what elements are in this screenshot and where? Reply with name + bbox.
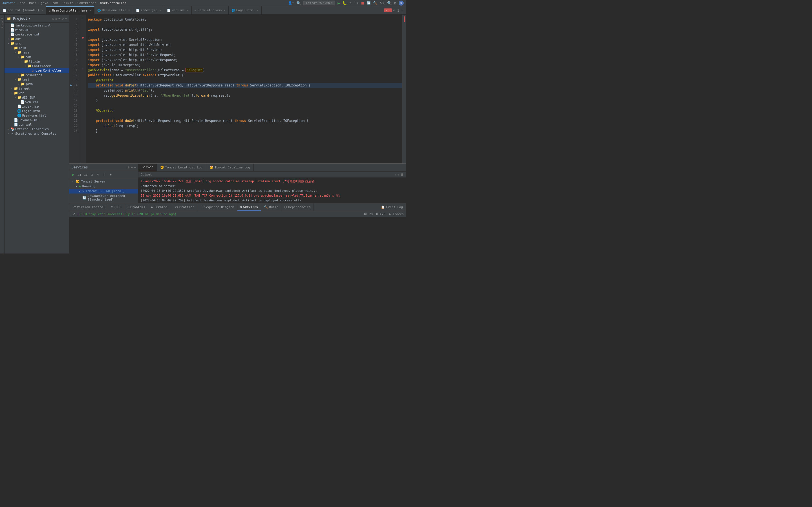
- scroll-down-icon[interactable]: ↓: [398, 173, 400, 176]
- tab-webxml[interactable]: 📄 web.xml ×: [164, 6, 192, 14]
- bottom-tab-build[interactable]: 🔨 Build: [261, 203, 282, 211]
- update-button[interactable]: 🔄: [367, 1, 371, 5]
- run-button[interactable]: ▶: [338, 1, 340, 5]
- bottom-tab-dependencies[interactable]: ⬡ Dependencies: [282, 203, 313, 211]
- tab-webxml-close[interactable]: ×: [187, 9, 189, 12]
- tree-item-contrlocer[interactable]: ▾ 📁 Contrlocer: [4, 64, 69, 68]
- tree-item-liuxin[interactable]: ▾ 📁 liuxin: [4, 59, 69, 64]
- settings-panel-icon[interactable]: ⚙: [62, 17, 64, 20]
- tab-servlet[interactable]: ☕ Servlet.class ×: [192, 6, 229, 14]
- clear-output-icon[interactable]: 🗑: [401, 173, 404, 176]
- tree-item-extlibs[interactable]: ▸ 📚 External Libraries: [4, 127, 69, 131]
- tree-item-web[interactable]: ▾ 📁 web: [4, 91, 69, 95]
- bottom-tab-vcs[interactable]: ⎇ Version Control: [69, 203, 108, 211]
- sync-icon[interactable]: ⊕: [52, 17, 54, 20]
- avatar[interactable]: U: [399, 1, 404, 6]
- gutter-override-12[interactable]: ↓: [80, 15, 86, 20]
- status-encoding[interactable]: UTF-8: [376, 212, 386, 216]
- tab-userhome-close[interactable]: ×: [128, 9, 130, 12]
- tree-item-misc[interactable]: 📄 misc.xml: [4, 27, 69, 32]
- tree-item-webinf[interactable]: ▾ 📁 WEB-INF: [4, 95, 69, 100]
- bottom-tab-services[interactable]: ⚙ Services: [238, 203, 261, 211]
- bottom-tab-problems[interactable]: ⚠ Problems: [124, 203, 148, 211]
- tab-pom[interactable]: 📄 pom.xml (JavaWen) ×: [0, 6, 46, 14]
- tree-item-loginhtml[interactable]: 🌐 Login.html: [4, 109, 69, 113]
- tab-login-close[interactable]: ×: [257, 9, 259, 12]
- tree-item-java[interactable]: ▾ 📁 java: [4, 50, 69, 55]
- tree-item-scratches[interactable]: ▸ ✂ Scratches and Consoles: [4, 131, 69, 136]
- tree-item-target[interactable]: ▾ 📁 target: [4, 86, 69, 91]
- stop-button[interactable]: ⏹: [361, 1, 364, 5]
- breadcrumb-project[interactable]: JavaWen: [2, 1, 15, 5]
- output-tab-server[interactable]: Server: [139, 164, 157, 171]
- tab-usercontroller-close[interactable]: ×: [90, 9, 91, 12]
- tree-item-userhomehtml[interactable]: 🌐 UserHome.html: [4, 113, 69, 118]
- output-tab-catalina[interactable]: 🐱 Tomcat Catalina Log: [206, 164, 254, 171]
- search-icon[interactable]: 🔍: [296, 1, 301, 5]
- tree-item-src[interactable]: ▾ 📁 src: [4, 41, 69, 46]
- settings-icon[interactable]: ⚙: [394, 1, 396, 5]
- project-dropdown-icon[interactable]: ▾: [29, 17, 31, 20]
- tree-item-main[interactable]: ▾ 📁 main: [4, 46, 69, 50]
- services-add-btn[interactable]: +: [108, 172, 113, 177]
- run-config-button[interactable]: Tomcat 9.0.60 ▾: [303, 1, 336, 5]
- tab-indexjsp-close[interactable]: ×: [159, 9, 161, 12]
- error-count[interactable]: ⊗ 1: [393, 8, 399, 12]
- more-run-button[interactable]: ⋮▾: [353, 1, 358, 5]
- tree-item-pom[interactable]: 📄 pom.xml: [4, 122, 69, 127]
- gutter-override-19[interactable]: ↓: [80, 65, 86, 70]
- services-filter-btn[interactable]: ▽: [95, 172, 101, 177]
- services-pause-btn[interactable]: ⏸: [101, 172, 107, 177]
- tree-item-test-java[interactable]: ▾ 📁 java: [4, 82, 69, 86]
- more-icon[interactable]: ⋯: [58, 17, 60, 20]
- bottom-tab-profiler[interactable]: ⏱ Profiler: [172, 203, 197, 211]
- bottom-tab-todo[interactable]: ≡ TODO: [108, 203, 124, 211]
- output-tab-localhost[interactable]: 🐱 Tomcat Localhost Log: [157, 164, 206, 171]
- svc-item-tomcat-instance[interactable]: ▾ ✕ Tomcat 9.0.60 [local]: [69, 189, 138, 193]
- services-settings-icon[interactable]: ⚙: [128, 165, 130, 169]
- services-collapse-btn[interactable]: ≡↑: [77, 172, 82, 177]
- services-close-icon[interactable]: —: [134, 165, 136, 169]
- tree-item-com[interactable]: ▾ 📁 com: [4, 55, 69, 59]
- run-coverage-button[interactable]: ☂: [349, 1, 351, 5]
- global-search-icon[interactable]: 🔍: [387, 1, 392, 5]
- code-lines[interactable]: package com.liuxin.Contrlocer; import lo…: [86, 15, 402, 163]
- log-output[interactable]: 15-Apr-2022 16:46:22.221 信息 [main] org.a…: [139, 178, 406, 203]
- tab-indexjsp[interactable]: 📄 index.jsp ×: [133, 6, 164, 14]
- warning-count[interactable]: ⚠ 1: [384, 8, 392, 12]
- tab-usercontroller[interactable]: ☕ UserController.java ×: [46, 6, 94, 14]
- close-panel-icon[interactable]: —: [65, 17, 67, 20]
- services-group-btn[interactable]: ⊞: [89, 172, 95, 177]
- collapse-all-icon[interactable]: ≡: [55, 17, 57, 20]
- gutter-breakpoint-14[interactable]: ●: [80, 35, 86, 40]
- tree-item-iml[interactable]: 📄 JavaWen.iml: [4, 118, 69, 122]
- services-run-btn[interactable]: ▶: [70, 172, 76, 177]
- svc-item-artifact[interactable]: 🔄 JavaWen:war exploded [Synchronized]: [69, 193, 138, 202]
- debug-button[interactable]: 🐛: [342, 1, 347, 5]
- bottom-tab-eventlog[interactable]: 📋 Event Log: [378, 203, 406, 211]
- tree-item-out[interactable]: ▾ 📁 out: [4, 37, 69, 41]
- bottom-tab-seqdiagram[interactable]: ⋮ Sequence Diagram: [197, 203, 238, 211]
- scroll-up-icon[interactable]: ↑: [395, 173, 397, 176]
- status-indent[interactable]: 4 spaces: [389, 212, 404, 216]
- bottom-tab-terminal[interactable]: ▶ Terminal: [148, 203, 172, 211]
- tree-item-test[interactable]: ▾ 📁 test: [4, 77, 69, 82]
- vcs-icon[interactable]: 👤▾: [288, 1, 294, 5]
- services-config-icon[interactable]: ≡: [131, 165, 133, 169]
- tree-item-indexjsp[interactable]: 📄 index.jsp: [4, 104, 69, 109]
- svc-item-tomcat-server[interactable]: ▾ 🐱 Tomcat Server: [69, 179, 138, 184]
- tree-item-usercontroller[interactable]: ☕ UserController: [4, 68, 69, 73]
- tree-item-jarrepo[interactable]: 📄 jarRepositories.xml: [4, 23, 69, 27]
- tree-item-webxml[interactable]: 📄 web.xml: [4, 100, 69, 104]
- build-button[interactable]: 🔨: [373, 1, 377, 5]
- tab-pom-close[interactable]: ×: [42, 9, 43, 12]
- tree-item-workspace[interactable]: 📄 workspace.xml: [4, 32, 69, 37]
- tab-userhome[interactable]: 🌐 UserHome.html ×: [94, 6, 133, 14]
- translate-icon[interactable]: A文: [380, 1, 385, 5]
- svc-item-running[interactable]: ▾ ▶ Running: [69, 184, 138, 189]
- tree-item-resources[interactable]: ▾ 📁 resources: [4, 73, 69, 77]
- tab-login[interactable]: 🌐 Login.html ×: [229, 6, 262, 14]
- tab-options-icon[interactable]: ⋮: [400, 8, 404, 12]
- services-expand-btn[interactable]: ≡↓: [83, 172, 89, 177]
- vcs-status-icon[interactable]: ⎇: [71, 212, 75, 216]
